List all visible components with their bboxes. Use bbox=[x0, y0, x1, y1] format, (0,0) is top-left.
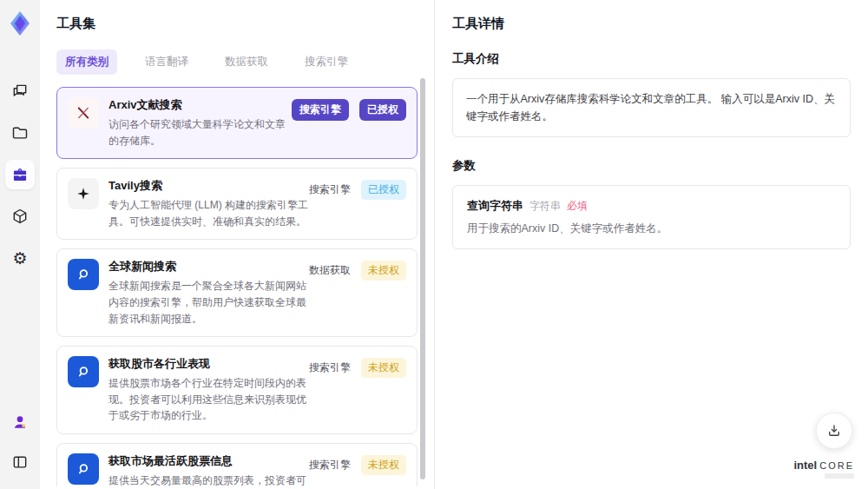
param-name: 查询字符串 bbox=[467, 198, 523, 214]
tool-category-badge: 搜索引擎 bbox=[292, 99, 349, 121]
param-type: 字符串 bbox=[529, 199, 561, 214]
download-icon bbox=[826, 423, 842, 439]
download-button[interactable] bbox=[816, 413, 852, 449]
sparkle-icon bbox=[68, 178, 99, 209]
settings-gear-icon[interactable]: ⚙ bbox=[5, 243, 35, 273]
tab-data-acquisition[interactable]: 数据获取 bbox=[216, 50, 277, 75]
tool-status-badge: 未授权 bbox=[361, 455, 406, 475]
tool-category-badge: 搜索引擎 bbox=[309, 458, 351, 472]
brand-subtext-bar bbox=[825, 473, 854, 479]
sidebar-nav: ⚙ bbox=[5, 76, 35, 273]
tool-name: 获取市场最活跃股票信息 bbox=[108, 453, 308, 469]
tool-status-badge: 已授权 bbox=[359, 99, 406, 121]
tool-description: 全球新闻搜索是一个聚合全球各大新闻网站内容的搜索引擎，帮助用户快速获取全球最新资… bbox=[108, 278, 308, 327]
tool-card-sector-performance[interactable]: 获取股市各行业表现 提供股票市场各个行业在特定时间段内的表现。投资者可以利用这些… bbox=[56, 346, 418, 434]
tab-all-categories[interactable]: 所有类别 bbox=[56, 50, 117, 75]
tool-status-badge: 未授权 bbox=[361, 358, 406, 378]
tool-name: 全球新闻搜索 bbox=[108, 259, 308, 274]
category-tabs: 所有类别 语言翻译 数据获取 搜索引擎 bbox=[56, 50, 434, 75]
param-description: 用于搜索的Arxiv ID、关键字或作者姓名。 bbox=[467, 221, 836, 236]
tool-name: 获取股市各行业表现 bbox=[108, 356, 308, 372]
tool-card-tavily[interactable]: Tavily搜索 专为人工智能代理 (LLM) 构建的搜索引擎工具。可快速提供实… bbox=[56, 168, 418, 240]
tool-card-arxiv[interactable]: Arxiv文献搜索 访问各个研究领域大量科学论文和文章的存储库。 搜索引擎 已授… bbox=[56, 87, 418, 159]
tool-name: Tavily搜索 bbox=[108, 178, 308, 194]
tool-detail-panel: 工具详情 工具介绍 一个用于从Arxiv存储库搜索科学论文和文章的工具。 输入可… bbox=[434, 0, 868, 489]
tab-language-translation[interactable]: 语言翻译 bbox=[136, 50, 197, 75]
tool-list-panel: 工具集 所有类别 语言翻译 数据获取 搜索引擎 Arxiv文献搜索 bbox=[40, 0, 434, 489]
app-window: ⚙ 工具集 所有类别 语言翻译 数据获取 bbox=[0, 0, 868, 489]
intro-heading: 工具介绍 bbox=[452, 51, 851, 67]
list-scrollbar[interactable] bbox=[420, 78, 425, 479]
package-nav-icon[interactable] bbox=[5, 202, 35, 231]
sidebar-bottom bbox=[5, 407, 35, 477]
params-heading: 参数 bbox=[452, 158, 851, 174]
chat-nav-icon[interactable] bbox=[5, 76, 35, 106]
left-sidebar: ⚙ bbox=[0, 0, 40, 489]
stock-search-icon bbox=[68, 453, 99, 485]
app-logo-icon bbox=[7, 9, 33, 38]
toolbox-nav-icon[interactable] bbox=[5, 160, 35, 189]
stock-search-icon bbox=[68, 356, 99, 387]
brand-core-text: CORE bbox=[819, 460, 854, 471]
tool-card-list: Arxiv文献搜索 访问各个研究领域大量科学论文和文章的存储库。 搜索引擎 已授… bbox=[56, 87, 418, 486]
news-search-icon bbox=[68, 259, 99, 290]
tool-description: 提供当天交易量最高的股票列表，投资者可以利用这些信息来识别流动性强的股票和潜在的… bbox=[108, 472, 308, 486]
tool-category-badge: 搜索引擎 bbox=[309, 182, 351, 197]
brand-intel-text: intel bbox=[793, 459, 817, 472]
tool-status-badge: 未授权 bbox=[361, 261, 406, 281]
tool-description: 访问各个研究领域大量科学论文和文章的存储库。 bbox=[108, 116, 292, 149]
page-title: 工具集 bbox=[56, 16, 434, 32]
tool-name: Arxiv文献搜索 bbox=[108, 97, 292, 113]
tool-description: 提供股票市场各个行业在特定时间段内的表现。投资者可以利用这些信息来识别表现优于或… bbox=[108, 375, 308, 424]
tool-status-badge: 已授权 bbox=[361, 180, 406, 200]
collapse-panel-icon[interactable] bbox=[5, 447, 35, 477]
tool-card-global-news[interactable]: 全球新闻搜索 全球新闻搜索是一个聚合全球各大新闻网站内容的搜索引擎，帮助用户快速… bbox=[56, 248, 418, 337]
parameter-card: 查询字符串 字符串 必填 用于搜索的Arxiv ID、关键字或作者姓名。 bbox=[452, 185, 851, 249]
user-avatar-icon[interactable] bbox=[5, 407, 35, 437]
folder-nav-icon[interactable] bbox=[5, 118, 35, 148]
tool-description: 专为人工智能代理 (LLM) 构建的搜索引擎工具。可快速提供实时、准确和真实的结… bbox=[108, 197, 308, 229]
arxiv-x-icon bbox=[68, 97, 99, 129]
tool-card-active-stocks[interactable]: 获取市场最活跃股票信息 提供当天交易量最高的股票列表，投资者可以利用这些信息来识… bbox=[56, 443, 418, 486]
param-required-badge: 必填 bbox=[567, 199, 588, 214]
tool-category-badge: 搜索引擎 bbox=[309, 360, 351, 375]
tab-search-engine[interactable]: 搜索引擎 bbox=[296, 50, 357, 75]
detail-title: 工具详情 bbox=[452, 16, 851, 32]
tool-category-badge: 数据获取 bbox=[309, 263, 351, 278]
intel-core-logo: intel CORE bbox=[793, 459, 854, 479]
intro-text-box: 一个用于从Arxiv存储库搜索科学论文和文章的工具。 输入可以是Arxiv ID… bbox=[452, 78, 851, 137]
